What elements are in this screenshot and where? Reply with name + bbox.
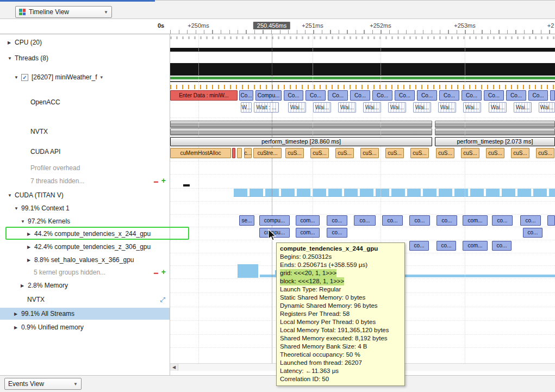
openacc-wait-event[interactable]: Wai...	[463, 102, 481, 113]
chevron-down-icon[interactable]: ▼	[14, 206, 21, 211]
kernel-tendencies-x-event[interactable]: co...	[523, 228, 542, 238]
kernels-all-event[interactable]: co...	[382, 215, 403, 226]
nvtx-range-band-2a[interactable]	[170, 128, 432, 135]
sidebar-row-process-miniweather[interactable]: ▼✓[26207] miniWeather_f▾	[0, 71, 170, 83]
kernel-tendencies-z-event[interactable]: co...	[409, 241, 429, 251]
cuda-api-event[interactable]: cuS...	[285, 148, 304, 158]
sidebar-row-cpu[interactable]: ▶CPU (20)	[0, 36, 170, 48]
openacc-work-event[interactable]: Co...	[417, 90, 437, 101]
cuda-api-event[interactable]: cuS...	[310, 148, 329, 158]
hidden-threads-mark[interactable]	[183, 184, 190, 186]
openacc-wait-event[interactable]: Wai...	[388, 102, 406, 113]
chevron-right-icon[interactable]: ▶	[27, 258, 34, 263]
nvtx-range-band-1a[interactable]	[170, 121, 432, 128]
kernels-all-event[interactable]: se...	[239, 215, 254, 226]
cuda-api-event[interactable]: cuS...	[335, 148, 354, 158]
sidebar-row-nvtx-device[interactable]: NVTX⤢	[0, 294, 170, 306]
sidebar-row-cuda-titan-v[interactable]: ▼CUDA (TITAN V)	[0, 189, 170, 201]
row-checkbox[interactable]: ✓	[21, 74, 28, 81]
openacc-work-event[interactable]: Co...	[528, 90, 548, 101]
nvtx-range-event[interactable]: perform_timestep [2.073 ms]	[435, 137, 555, 146]
restore-row-icon[interactable]: +	[161, 176, 166, 185]
cuda-api-event[interactable]: cuS...	[410, 148, 429, 158]
sidebar-row-context-1[interactable]: ▼99.1% Context 1	[0, 202, 170, 214]
kernel-tendencies-x-event[interactable]: com...	[296, 228, 320, 238]
kernels-all-event[interactable]: co...	[409, 215, 430, 226]
chevron-down-icon[interactable]: ▼	[8, 193, 15, 198]
openacc-work-event[interactable]: Enter Data : miniW...	[170, 90, 238, 101]
ruler[interactable]: 0s 250.456ms +250ms+251ms+252ms+253ms+2	[0, 19, 555, 34]
expand-row-icon[interactable]: ⤢	[160, 296, 165, 303]
chevron-right-icon[interactable]: ▶	[8, 40, 15, 45]
sidebar-row-set-halo-values-x[interactable]: ▶8.8% set_halo_values_x_366_gpu	[0, 254, 170, 266]
kernels-all-event[interactable]: co...	[327, 215, 347, 226]
sidebar-row-all-streams[interactable]: ▶99.1% All Streams	[0, 308, 170, 320]
remove-row-icon[interactable]: ▬	[154, 270, 158, 275]
cuda-api-event[interactable]: cuS...	[436, 148, 454, 158]
sidebar-row-compute-tendencies-z[interactable]: ▶42.4% compute_tendencies_z_306_gpu	[0, 241, 170, 253]
openacc-work-event[interactable]: Co...	[506, 90, 526, 101]
openacc-work-event[interactable]: Co...	[328, 90, 348, 101]
chevron-right-icon[interactable]: ▶	[14, 325, 21, 330]
openacc-work-event[interactable]: Co...	[439, 90, 459, 101]
sidebar-row-nvtx[interactable]: NVTX	[0, 126, 170, 138]
openacc-work-event[interactable]: Co...	[239, 90, 253, 101]
memory-transfer-burst[interactable]	[238, 264, 258, 278]
timeline-view-dropdown[interactable]: Timeline View ▼	[15, 6, 112, 18]
chevron-right-icon[interactable]: ▶	[14, 312, 21, 316]
cuda-api-event[interactable]: c...	[244, 148, 252, 158]
openacc-wait-event[interactable]: Wai...	[338, 102, 356, 113]
kernel-tendencies-x-event[interactable]: co...	[327, 228, 347, 238]
openacc-wait-event[interactable]: Wait : ...	[254, 102, 279, 113]
thread-activity-band-1[interactable]	[170, 48, 555, 52]
openacc-work-event[interactable]: Co...	[284, 90, 303, 101]
kernel-tendencies-z-event[interactable]: co...	[436, 241, 456, 251]
scroll-left-icon[interactable]: ◀	[170, 364, 178, 371]
cuda-api-event[interactable]: cuMemHostAlloc	[170, 148, 231, 158]
openacc-wait-event[interactable]: Wai...	[413, 102, 431, 113]
gpu-activity-band[interactable]	[234, 189, 555, 197]
openacc-wait-event[interactable]: Wai...	[363, 102, 381, 113]
sidebar-row-threads-hidden[interactable]: 7 threads hidden...▬+	[0, 175, 170, 187]
cuda-api-event[interactable]	[237, 148, 242, 158]
openacc-work-event[interactable]: Co...	[350, 90, 370, 101]
openacc-work-event[interactable]	[550, 90, 555, 101]
kernel-tendencies-z-event[interactable]: co...	[492, 241, 512, 251]
kernels-all-event[interactable]: co...	[354, 215, 376, 226]
nvtx-range-event[interactable]: perform_timestep [28.860 ms]	[170, 137, 432, 146]
cuda-api-event[interactable]: cuStre...	[253, 148, 282, 158]
kernels-all-event[interactable]: com...	[463, 215, 488, 226]
sidebar-row-unified-memory[interactable]: ▶0.9% Unified memory	[0, 321, 170, 333]
cuda-api-event[interactable]: cuS...	[536, 148, 554, 158]
chevron-down-icon[interactable]: ▾	[101, 74, 103, 80]
kernels-all-event[interactable]: compu...	[259, 215, 290, 226]
openacc-work-event[interactable]: Co...	[372, 90, 392, 101]
chevron-right-icon[interactable]: ▶	[21, 283, 28, 288]
openacc-wait-event[interactable]: Wai...	[539, 102, 555, 113]
kernel-tendencies-z-event[interactable]: com...	[463, 241, 488, 251]
openacc-work-event[interactable]: Co...	[305, 90, 326, 101]
kernels-all-event[interactable]: co...	[436, 215, 457, 226]
cuda-api-event[interactable]: cuS...	[461, 148, 479, 158]
kernels-all-event[interactable]: co...	[520, 215, 541, 226]
thread-activity-band-2[interactable]	[170, 63, 555, 76]
splitter[interactable]	[170, 19, 170, 375]
events-view-dropdown[interactable]: Events View ▼	[4, 378, 82, 390]
remove-row-icon[interactable]: ▬	[154, 179, 158, 184]
cuda-api-event[interactable]: cuS...	[511, 148, 529, 158]
sidebar-row-openacc[interactable]: OpenACC	[0, 96, 170, 108]
openacc-work-event[interactable]: Co...	[484, 90, 504, 101]
openacc-work-event[interactable]: Co...	[462, 90, 482, 101]
sidebar-row-cuda-api[interactable]: CUDA API	[0, 146, 170, 158]
sidebar-row-profiler-overhead[interactable]: Profiler overhead	[0, 162, 170, 174]
nvtx-range-band-1b[interactable]	[435, 121, 555, 128]
sidebar-row-kernels[interactable]: ▼97.2% Kernels	[0, 215, 170, 227]
sidebar-row-threads[interactable]: ▼Threads (8)	[0, 52, 170, 64]
openacc-work-event[interactable]: Co...	[395, 90, 415, 101]
chevron-down-icon[interactable]: ▼	[21, 219, 28, 224]
openacc-wait-event[interactable]: Wai...	[438, 102, 456, 113]
sidebar-row-kernel-groups-hidden[interactable]: 5 kernel groups hidden...▬+	[0, 266, 170, 278]
openacc-wait-event[interactable]: Wai...	[288, 102, 306, 113]
sidebar-row-memory[interactable]: ▶2.8% Memory	[0, 279, 170, 291]
kernels-all-event[interactable]	[547, 215, 555, 226]
